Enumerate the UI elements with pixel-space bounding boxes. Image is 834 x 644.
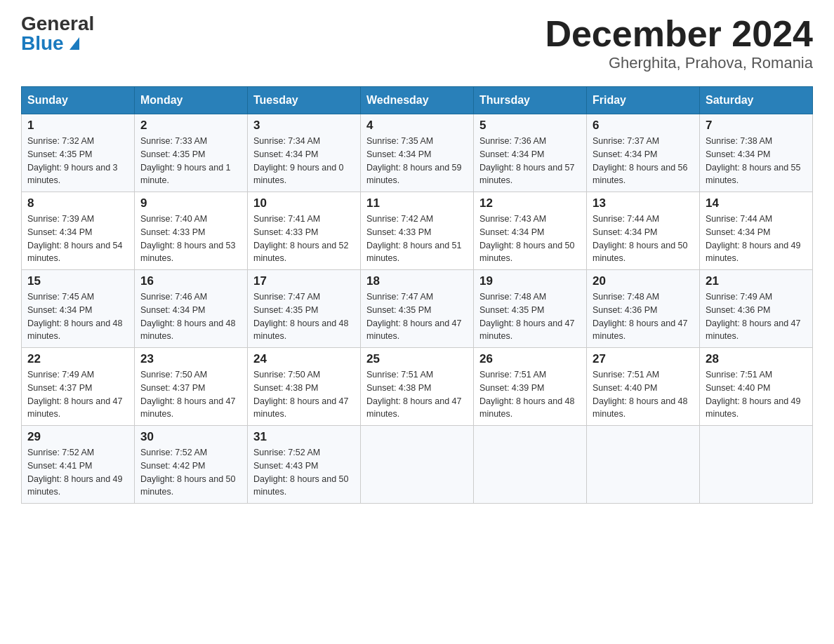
calendar-cell: 29Sunrise: 7:52 AMSunset: 4:41 PMDayligh… bbox=[22, 426, 135, 504]
day-info: Sunrise: 7:50 AMSunset: 4:37 PMDaylight:… bbox=[140, 368, 241, 421]
calendar-cell: 19Sunrise: 7:48 AMSunset: 4:35 PMDayligh… bbox=[474, 270, 587, 348]
col-header-monday: Monday bbox=[135, 87, 248, 114]
calendar-cell: 7Sunrise: 7:38 AMSunset: 4:34 PMDaylight… bbox=[700, 114, 813, 192]
calendar-week-row: 15Sunrise: 7:45 AMSunset: 4:34 PMDayligh… bbox=[22, 270, 813, 348]
calendar-cell: 15Sunrise: 7:45 AMSunset: 4:34 PMDayligh… bbox=[22, 270, 135, 348]
day-info: Sunrise: 7:45 AMSunset: 4:34 PMDaylight:… bbox=[27, 290, 128, 343]
day-number: 4 bbox=[366, 119, 468, 133]
calendar-header-row: SundayMondayTuesdayWednesdayThursdayFrid… bbox=[22, 87, 813, 114]
calendar-cell: 20Sunrise: 7:48 AMSunset: 4:36 PMDayligh… bbox=[587, 270, 700, 348]
day-info: Sunrise: 7:37 AMSunset: 4:34 PMDaylight:… bbox=[593, 135, 694, 187]
day-info: Sunrise: 7:50 AMSunset: 4:38 PMDaylight:… bbox=[253, 368, 355, 421]
calendar-cell bbox=[361, 426, 474, 504]
calendar-week-row: 8Sunrise: 7:39 AMSunset: 4:34 PMDaylight… bbox=[22, 192, 813, 270]
day-number: 12 bbox=[479, 196, 581, 210]
day-info: Sunrise: 7:51 AMSunset: 4:39 PMDaylight:… bbox=[479, 368, 581, 421]
calendar-cell: 18Sunrise: 7:47 AMSunset: 4:35 PMDayligh… bbox=[361, 270, 474, 348]
calendar-cell bbox=[587, 426, 700, 504]
day-info: Sunrise: 7:52 AMSunset: 4:43 PMDaylight:… bbox=[253, 446, 355, 499]
calendar-cell: 10Sunrise: 7:41 AMSunset: 4:33 PMDayligh… bbox=[248, 192, 361, 270]
day-number: 26 bbox=[479, 352, 581, 366]
day-number: 31 bbox=[253, 430, 355, 444]
day-info: Sunrise: 7:35 AMSunset: 4:34 PMDaylight:… bbox=[366, 135, 468, 187]
calendar-table: SundayMondayTuesdayWednesdayThursdayFrid… bbox=[21, 86, 813, 504]
col-header-friday: Friday bbox=[587, 87, 700, 114]
day-number: 1 bbox=[27, 119, 128, 133]
day-number: 8 bbox=[27, 196, 128, 210]
logo: General Blue bbox=[21, 14, 94, 53]
calendar-cell: 8Sunrise: 7:39 AMSunset: 4:34 PMDaylight… bbox=[22, 192, 135, 270]
day-number: 18 bbox=[366, 274, 468, 288]
col-header-sunday: Sunday bbox=[22, 87, 135, 114]
day-number: 3 bbox=[253, 119, 355, 133]
calendar-cell: 2Sunrise: 7:33 AMSunset: 4:35 PMDaylight… bbox=[135, 114, 248, 192]
logo-blue-text: Blue bbox=[21, 34, 79, 53]
day-number: 11 bbox=[366, 196, 468, 210]
day-number: 15 bbox=[27, 274, 128, 288]
logo-triangle-icon bbox=[70, 37, 79, 50]
day-info: Sunrise: 7:32 AMSunset: 4:35 PMDaylight:… bbox=[27, 135, 128, 187]
calendar-week-row: 1Sunrise: 7:32 AMSunset: 4:35 PMDaylight… bbox=[22, 114, 813, 192]
logo-general-text: General bbox=[21, 14, 94, 34]
col-header-saturday: Saturday bbox=[700, 87, 813, 114]
day-info: Sunrise: 7:40 AMSunset: 4:33 PMDaylight:… bbox=[140, 213, 241, 265]
calendar-cell: 3Sunrise: 7:34 AMSunset: 4:34 PMDaylight… bbox=[248, 114, 361, 192]
page-header: General Blue December 2024 Gherghita, Pr… bbox=[21, 14, 813, 72]
calendar-cell: 22Sunrise: 7:49 AMSunset: 4:37 PMDayligh… bbox=[22, 348, 135, 426]
calendar-cell: 28Sunrise: 7:51 AMSunset: 4:40 PMDayligh… bbox=[700, 348, 813, 426]
day-number: 20 bbox=[593, 274, 694, 288]
day-number: 30 bbox=[140, 430, 241, 444]
calendar-cell: 11Sunrise: 7:42 AMSunset: 4:33 PMDayligh… bbox=[361, 192, 474, 270]
day-number: 27 bbox=[593, 352, 694, 366]
day-info: Sunrise: 7:48 AMSunset: 4:36 PMDaylight:… bbox=[593, 290, 694, 343]
day-info: Sunrise: 7:52 AMSunset: 4:41 PMDaylight:… bbox=[27, 446, 128, 499]
title-block: December 2024 Gherghita, Prahova, Romani… bbox=[545, 14, 813, 72]
day-number: 24 bbox=[253, 352, 355, 366]
day-info: Sunrise: 7:34 AMSunset: 4:34 PMDaylight:… bbox=[253, 135, 355, 187]
day-number: 16 bbox=[140, 274, 241, 288]
calendar-cell: 9Sunrise: 7:40 AMSunset: 4:33 PMDaylight… bbox=[135, 192, 248, 270]
day-info: Sunrise: 7:51 AMSunset: 4:40 PMDaylight:… bbox=[593, 368, 694, 421]
calendar-cell: 16Sunrise: 7:46 AMSunset: 4:34 PMDayligh… bbox=[135, 270, 248, 348]
day-number: 6 bbox=[593, 119, 694, 133]
calendar-cell: 30Sunrise: 7:52 AMSunset: 4:42 PMDayligh… bbox=[135, 426, 248, 504]
calendar-cell bbox=[474, 426, 587, 504]
day-info: Sunrise: 7:39 AMSunset: 4:34 PMDaylight:… bbox=[27, 213, 128, 265]
day-number: 14 bbox=[706, 196, 807, 210]
col-header-thursday: Thursday bbox=[474, 87, 587, 114]
day-number: 19 bbox=[479, 274, 581, 288]
day-info: Sunrise: 7:38 AMSunset: 4:34 PMDaylight:… bbox=[706, 135, 807, 187]
calendar-cell: 25Sunrise: 7:51 AMSunset: 4:38 PMDayligh… bbox=[361, 348, 474, 426]
day-number: 23 bbox=[140, 352, 241, 366]
day-number: 21 bbox=[706, 274, 807, 288]
col-header-wednesday: Wednesday bbox=[361, 87, 474, 114]
calendar-cell: 26Sunrise: 7:51 AMSunset: 4:39 PMDayligh… bbox=[474, 348, 587, 426]
col-header-tuesday: Tuesday bbox=[248, 87, 361, 114]
day-info: Sunrise: 7:41 AMSunset: 4:33 PMDaylight:… bbox=[253, 213, 355, 265]
calendar-cell bbox=[700, 426, 813, 504]
day-info: Sunrise: 7:44 AMSunset: 4:34 PMDaylight:… bbox=[593, 213, 694, 265]
day-info: Sunrise: 7:36 AMSunset: 4:34 PMDaylight:… bbox=[479, 135, 581, 187]
day-number: 7 bbox=[706, 119, 807, 133]
calendar-cell: 21Sunrise: 7:49 AMSunset: 4:36 PMDayligh… bbox=[700, 270, 813, 348]
calendar-cell: 6Sunrise: 7:37 AMSunset: 4:34 PMDaylight… bbox=[587, 114, 700, 192]
day-info: Sunrise: 7:49 AMSunset: 4:37 PMDaylight:… bbox=[27, 368, 128, 421]
day-number: 29 bbox=[27, 430, 128, 444]
calendar-cell: 23Sunrise: 7:50 AMSunset: 4:37 PMDayligh… bbox=[135, 348, 248, 426]
day-number: 25 bbox=[366, 352, 468, 366]
day-number: 13 bbox=[593, 196, 694, 210]
day-info: Sunrise: 7:51 AMSunset: 4:40 PMDaylight:… bbox=[706, 368, 807, 421]
day-info: Sunrise: 7:33 AMSunset: 4:35 PMDaylight:… bbox=[140, 135, 241, 187]
day-info: Sunrise: 7:43 AMSunset: 4:34 PMDaylight:… bbox=[479, 213, 581, 265]
day-info: Sunrise: 7:47 AMSunset: 4:35 PMDaylight:… bbox=[366, 290, 468, 343]
day-info: Sunrise: 7:46 AMSunset: 4:34 PMDaylight:… bbox=[140, 290, 241, 343]
day-number: 9 bbox=[140, 196, 241, 210]
day-info: Sunrise: 7:51 AMSunset: 4:38 PMDaylight:… bbox=[366, 368, 468, 421]
day-info: Sunrise: 7:44 AMSunset: 4:34 PMDaylight:… bbox=[706, 213, 807, 265]
day-number: 28 bbox=[706, 352, 807, 366]
day-info: Sunrise: 7:49 AMSunset: 4:36 PMDaylight:… bbox=[706, 290, 807, 343]
calendar-cell: 4Sunrise: 7:35 AMSunset: 4:34 PMDaylight… bbox=[361, 114, 474, 192]
calendar-cell: 14Sunrise: 7:44 AMSunset: 4:34 PMDayligh… bbox=[700, 192, 813, 270]
day-info: Sunrise: 7:42 AMSunset: 4:33 PMDaylight:… bbox=[366, 213, 468, 265]
day-number: 22 bbox=[27, 352, 128, 366]
